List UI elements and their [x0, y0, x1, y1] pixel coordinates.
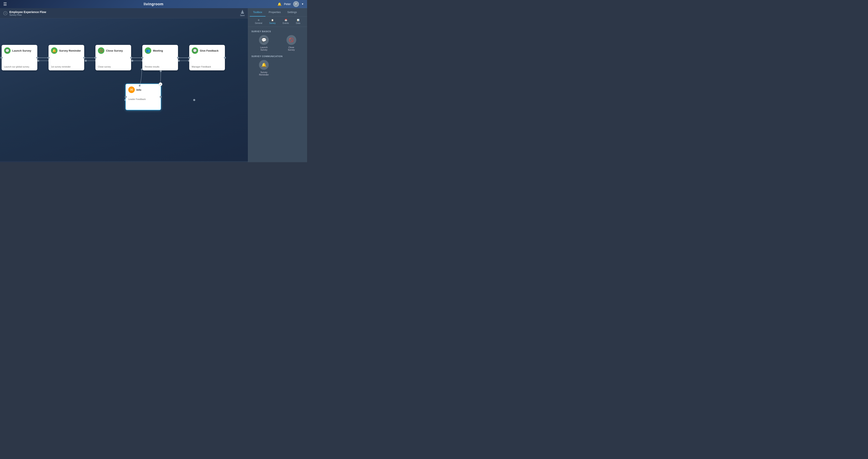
meeting-icon: 👥: [145, 47, 151, 54]
left-connector: [141, 57, 143, 59]
launch-survey-body: Launch our global survey.: [4, 64, 35, 68]
left-connector: [1, 57, 3, 59]
survey-basics-title: SURVEY BASICS: [251, 30, 304, 33]
survey-communication-grid: 🔔 SurveyReminder: [251, 60, 304, 76]
left-connector: [48, 57, 50, 59]
canvas-area[interactable]: ✕ Employee Experience Flow Survey Flow S…: [0, 8, 248, 162]
info-node-label: Info: [136, 88, 141, 91]
survey-reminder-icon: 🔔: [51, 47, 58, 54]
general-icon: ⚙: [258, 19, 259, 21]
node-header: 💬 Launch Survey: [4, 47, 35, 54]
survey-icon: 📋: [271, 19, 274, 21]
close-survey-label: Close Survey: [106, 49, 123, 52]
give-feedback-body: Manager Feedback: [192, 64, 222, 68]
app-title: livingroom: [144, 2, 163, 6]
close-survey-body: Close survey: [98, 64, 129, 68]
give-feedback-label: Give Feedback: [200, 49, 219, 52]
main-layout: ✕ Employee Experience Flow Survey Flow S…: [0, 8, 307, 162]
breadcrumb-left: ✕ Employee Experience Flow Survey Flow: [3, 10, 46, 16]
breadcrumb-text: Employee Experience Flow Survey Flow: [9, 10, 46, 16]
close-survey-tool-label: CloseSurvey: [288, 46, 295, 51]
connector-4: [178, 58, 189, 58]
survey-reminder-tool-icon: 🔔: [259, 60, 269, 70]
save-label: Save: [240, 14, 245, 17]
info-node-header: ✉ Info: [128, 87, 158, 93]
breadcrumb-bar: ✕ Employee Experience Flow Survey Flow S…: [0, 8, 248, 18]
events-label: Events: [283, 22, 289, 24]
sidebar-icon-row: ⚙ General 📋 Survey 📅 Events 📊 Data: [248, 17, 307, 27]
launch-survey-tool-icon: 💬: [259, 35, 269, 45]
survey-basics-grid: 💬 LaunchSurvey 🚫 CloseSurvey: [251, 35, 304, 51]
launch-survey-node[interactable]: 💬 Launch Survey Launch our global survey…: [2, 45, 37, 70]
connector-2: [84, 58, 95, 58]
node-header: 💬 Give Feedback: [192, 47, 222, 54]
survey-reminder-tool-label: SurveyReminder: [259, 71, 269, 76]
survey-reminder-label: Survey Reminder: [59, 49, 81, 52]
general-label: General: [255, 22, 262, 24]
launch-survey-icon: 💬: [4, 47, 10, 54]
avatar[interactable]: P: [293, 1, 299, 7]
node-header: 🔔 Survey Reminder: [51, 47, 82, 54]
chevron-down-icon[interactable]: ▼: [301, 3, 304, 5]
sidebar-events-item[interactable]: 📅 Events: [283, 19, 289, 24]
topbar-right: 🔔 Peter P ▼: [278, 1, 304, 7]
close-survey-icon: 🚫: [98, 47, 104, 54]
launch-survey-label: Launch Survey: [12, 49, 31, 52]
sidebar-data-item[interactable]: 📊 Data: [296, 19, 300, 24]
left-connector: [94, 57, 96, 59]
meeting-label: Meeting: [153, 49, 163, 52]
info-node[interactable]: ✕ ✉ Info Leader Feedback: [125, 84, 161, 110]
info-right-connector: [160, 96, 162, 98]
survey-reminder-node[interactable]: 🔔 Survey Reminder 1st survey reminder: [49, 45, 84, 70]
survey-label: Survey: [269, 22, 276, 24]
left-connector: [188, 57, 190, 59]
info-left-connector: [125, 96, 127, 98]
node-header: 🚫 Close Survey: [98, 47, 129, 54]
close-survey-node[interactable]: 🚫 Close Survey Close survey: [95, 45, 131, 70]
sidebar-content: SURVEY BASICS 💬 LaunchSurvey 🚫 CloseSurv…: [248, 27, 307, 162]
flow-diagram[interactable]: 💬 Launch Survey Launch our global survey…: [0, 18, 248, 161]
flow-node-row: 💬 Launch Survey Launch our global survey…: [2, 45, 225, 70]
breadcrumb-subtitle: Survey Flow: [9, 14, 46, 16]
topbar: ☰ livingroom 🔔 Peter P ▼: [0, 0, 307, 8]
sidebar-tabs: Toolbox Properties Settings: [248, 8, 307, 17]
menu-icon[interactable]: ☰: [3, 2, 7, 6]
data-label: Data: [296, 22, 300, 24]
toolbox-close-survey[interactable]: 🚫 CloseSurvey: [279, 35, 304, 51]
survey-reminder-body: 1st survey reminder: [51, 64, 82, 68]
breadcrumb-title: Employee Experience Flow: [9, 10, 46, 14]
tab-properties[interactable]: Properties: [266, 8, 284, 17]
node-header: 👥 Meeting: [145, 47, 176, 54]
toolbox-launch-survey[interactable]: 💬 LaunchSurvey: [251, 35, 277, 51]
bell-icon[interactable]: 🔔: [278, 2, 282, 6]
sidebar-survey-item[interactable]: 📋 Survey: [269, 19, 276, 24]
info-node-icon: ✉: [128, 87, 135, 93]
sidebar-general-item[interactable]: ⚙ General: [255, 19, 262, 24]
tab-settings[interactable]: Settings: [284, 8, 300, 17]
save-button[interactable]: Save: [240, 10, 245, 17]
svg-rect-0: [241, 13, 244, 13]
toolbox-survey-reminder[interactable]: 🔔 SurveyReminder: [251, 60, 277, 76]
give-feedback-icon: 💬: [192, 47, 198, 54]
connector-1: [37, 58, 49, 58]
meeting-body: Review results: [145, 64, 176, 68]
right-sidebar: Toolbox Properties Settings ⚙ General 📋 …: [248, 8, 307, 162]
events-icon: 📅: [285, 19, 287, 21]
launch-survey-tool-label: LaunchSurvey: [260, 46, 268, 51]
tab-toolbox[interactable]: Toolbox: [250, 8, 266, 17]
meeting-node[interactable]: 👥 Meeting Review results: [142, 45, 178, 70]
give-feedback-node[interactable]: 💬 Give Feedback Manager Feedback: [189, 45, 225, 70]
info-node-body: Leader Feedback: [128, 96, 158, 100]
info-node-close-button[interactable]: ✕: [159, 83, 162, 86]
survey-communication-title: SURVEY COMMUNICATION: [251, 55, 304, 58]
data-icon: 📊: [297, 19, 299, 21]
close-survey-tool-icon: 🚫: [286, 35, 296, 45]
connector-3: [131, 58, 142, 58]
close-flow-button[interactable]: ✕: [3, 11, 7, 15]
username-label: Peter: [284, 2, 291, 6]
right-connector: [224, 57, 226, 59]
